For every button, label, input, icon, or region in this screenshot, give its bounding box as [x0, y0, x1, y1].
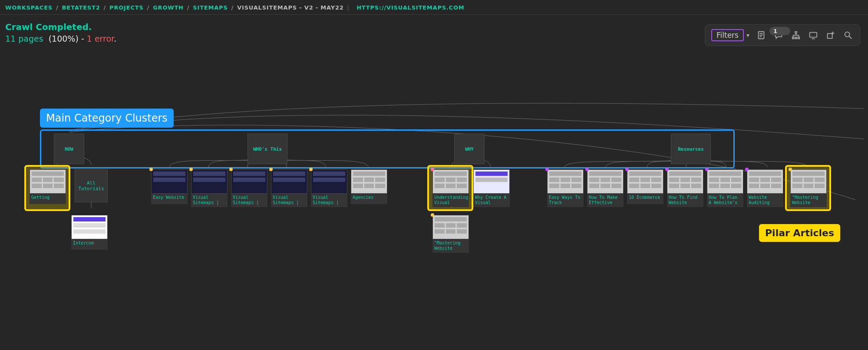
page-agencies[interactable]: Agencies [351, 169, 387, 204]
page-all-tutorials[interactable]: All Tutorials [75, 169, 108, 202]
page-how-plan[interactable]: How To Plan A Website's [707, 169, 743, 207]
sitemap-canvas[interactable]: Main Category Clusters HOW WHO's This WH… [0, 17, 868, 350]
page-mastering-child[interactable]: "Mastering Website [432, 215, 469, 253]
breadcrumb-bar: WORKSPACES/ BETATEST2/ PROJECTS/ GROWTH/… [0, 0, 868, 15]
page-why-create[interactable]: Why Create A Visual [473, 169, 510, 207]
annotation-main-clusters: Main Category Clusters [40, 109, 174, 128]
page-intercom[interactable]: Intercom [71, 215, 108, 250]
page-vs3[interactable]: Visual Sitemaps | [271, 169, 307, 207]
crumb-projects[interactable]: PROJECTS [109, 4, 143, 11]
crumb-growth[interactable]: GROWTH [153, 4, 184, 11]
page-vs1[interactable]: Visual Sitemaps | [191, 169, 228, 207]
category-resources[interactable]: Resources [671, 134, 711, 164]
page-easy-website[interactable]: Easy Website [151, 169, 188, 204]
annotation-pillar-articles: Pilar Articles [759, 224, 840, 242]
page-ecommerce[interactable]: 10 Ecommerce [627, 169, 663, 204]
cluster-highlight-box [40, 129, 735, 168]
page-how-make[interactable]: How To Make Effective [587, 169, 624, 207]
category-how[interactable]: HOW [54, 134, 84, 164]
crumb-current: VISUALSITEMAPS - V2 - MAY22 [237, 4, 343, 11]
site-url-link[interactable]: HTTPS://VISUALSITEMAPS.COM [356, 4, 464, 11]
page-understanding[interactable]: Understanding Visual [432, 169, 469, 207]
page-getting[interactable]: Getting [30, 169, 66, 204]
category-who[interactable]: WHO's This [248, 134, 287, 164]
crumb-workspaces[interactable]: WORKSPACES [5, 4, 53, 11]
crumb-betatest2[interactable]: BETATEST2 [62, 4, 100, 11]
page-how-find[interactable]: How To Find Website [667, 169, 703, 207]
page-mastering[interactable]: "Mastering Website [790, 169, 827, 207]
page-easy-ways[interactable]: Easy Ways To Track [547, 169, 584, 207]
page-auditing[interactable]: Website Auditing [747, 169, 783, 207]
crumb-sitemaps[interactable]: SITEMAPS [193, 4, 228, 11]
category-why[interactable]: WHY [454, 134, 485, 164]
page-vs2[interactable]: Visual Sitemaps | [231, 169, 267, 207]
page-vs4[interactable]: Visual Sitemaps | [311, 169, 347, 207]
